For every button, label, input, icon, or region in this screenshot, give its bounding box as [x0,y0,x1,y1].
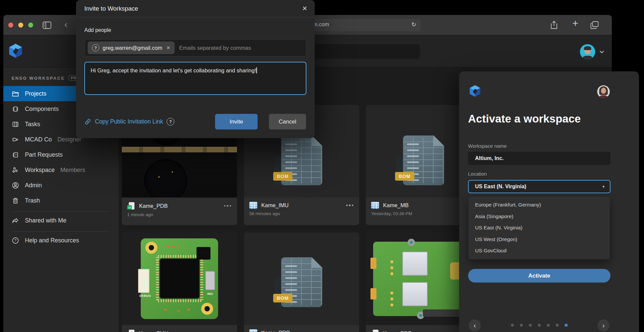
sidebar-item-label: Components [25,106,59,113]
carousel-dot[interactable] [538,324,541,327]
new-tab-icon[interactable]: + [572,18,578,30]
project-file-icon-table [249,202,257,209]
sidebar-item-label: Part Requests [25,151,63,158]
activate-workspace-panel: Activate a workspace Workspace name Alti… [459,71,639,332]
help-circle-icon[interactable]: ? [167,118,174,125]
carousel-dots [468,324,610,327]
card-footer: Kame_FMU [122,325,237,332]
relay-module [402,252,428,276]
sidebar-item-workspace-members[interactable]: Workspace Members [3,162,119,178]
sidebar-item-shared-with-me[interactable]: Shared with Me [3,213,119,228]
project-thumbnail-bom: BOM [244,232,359,325]
back-button[interactable]: ‹ [64,19,67,31]
mounting-hole [201,303,213,315]
avatar-hair [584,46,591,50]
question-circle-icon: ? [12,237,19,244]
bom-badge: BOM [273,294,292,302]
sidebar-item-admin[interactable]: Admin [3,178,119,193]
carousel-dot[interactable] [511,324,514,327]
carousel-dot[interactable] [520,324,523,327]
question-circle-icon: ? [92,44,99,51]
card-menu-button[interactable] [223,331,232,332]
invite-button[interactable]: Invite [215,114,258,129]
mounting-hole [145,242,157,254]
traffic-light-minimize[interactable] [18,23,23,28]
carousel-dot[interactable] [565,324,568,327]
person-circle-icon [12,182,19,189]
project-card[interactable]: BOM Kame_PDB [244,232,359,332]
bom-document-icon: BOM [281,257,322,307]
copy-public-invitation-link[interactable]: Copy Public Invitation Link [95,118,163,125]
copy-link-row: Copy Public Invitation Link ? [84,114,174,129]
email-chip[interactable]: ? greg.warren@gmail.com ✕ [88,42,175,54]
folded-corner [434,135,444,146]
main-chip [160,259,199,298]
url-text: m.com [313,22,329,28]
location-option[interactable]: US GovCloud [468,245,610,257]
carousel-dot[interactable] [529,324,532,327]
panel-title: Activate a workspace [468,113,581,125]
close-icon[interactable]: ✕ [302,5,307,12]
card-menu-button[interactable] [223,203,232,209]
chip-question-icon: ? [12,151,19,159]
plug-icon [12,136,19,143]
altium-logo [469,85,481,97]
location-select[interactable]: US East (N. Virginia) ▾ [468,180,610,193]
avatar-face [601,88,606,94]
add-people-label: Add people [84,27,111,33]
sidebar-item-label: Shared with Me [25,217,66,224]
imu-label: IMU [207,292,213,295]
debug-connector [138,269,149,293]
tab-overview-icon[interactable] [590,21,599,29]
location-option[interactable]: Asia (Singapore) [468,211,610,222]
pcb-connector [370,258,376,269]
location-option[interactable]: US East (N. Virginia) [468,222,610,234]
activate-button[interactable]: Activate [468,269,610,283]
invite-modal: Invite to Workspace ✕ Add people ? greg.… [76,0,315,138]
user-avatar[interactable] [580,44,595,59]
panel-user-avatar[interactable] [597,85,610,98]
sidebar-item-part-requests[interactable]: ? Part Requests [3,147,119,162]
sidebar-item-label-dim: Members [60,167,85,174]
svg-text:?: ? [15,238,17,242]
carousel-dot[interactable] [556,324,559,327]
refresh-icon[interactable]: ↻ [411,21,416,28]
invitation-message-textarea[interactable]: Hi Greg, accept the invitation and let's… [84,62,306,95]
project-name: Kame_IMU [261,202,289,208]
sidebar-item-label: Trash [25,197,40,204]
cancel-button[interactable]: Cancel [269,114,306,129]
invitation-message-text: Hi Greg, accept the invitation and let's… [91,67,256,73]
sidebar-item-help[interactable]: ? Help and Resources [3,233,119,248]
location-label: Location [468,171,487,177]
text-caret [256,67,257,73]
traffic-light-close[interactable] [8,23,13,28]
project-card[interactable]: DEBUG IMU Kame_FMU [122,232,237,332]
card-menu-button[interactable] [346,203,354,208]
location-selected-value: US East (N. Virginia) [475,184,526,189]
card-footer: Kame_PDB 1 minute ago [122,198,237,225]
pcb-square-board: DEBUG IMU [141,238,218,319]
bom-badge: BOM [395,172,414,181]
share-icon[interactable] [550,21,558,30]
debug-label: DEBUG [139,294,151,297]
carousel-next-button[interactable]: › [598,319,609,331]
project-file-icon-table [249,329,257,332]
location-option[interactable]: Europe (Frankfurt, Germany) [468,199,610,211]
sidebar-item-label: Projects [25,90,46,97]
folded-corner [312,257,322,268]
sidebar-item-label: MCAD Co [25,136,52,143]
workspace-name-field[interactable]: Altium, Inc. [468,152,610,165]
sidebar-toggle-icon[interactable] [42,21,51,29]
card-footer: Kame_IMU 56 minutes ago [244,198,359,225]
location-option[interactable]: US West (Oregon) [468,234,610,245]
link-icon [84,118,91,125]
email-field[interactable]: ? greg.warren@gmail.com ✕ Emails separat… [84,39,306,56]
card-menu-button[interactable] [346,330,354,332]
brand-label: ENSO WORKSPACE [12,76,65,81]
chevron-down-icon[interactable] [600,50,604,54]
traffic-light-zoom[interactable] [28,23,33,28]
remove-chip-icon[interactable]: ✕ [166,45,170,50]
carousel-dot[interactable] [547,324,550,327]
sidebar-item-trash[interactable]: Trash [3,193,119,208]
altium-logo [8,43,23,58]
